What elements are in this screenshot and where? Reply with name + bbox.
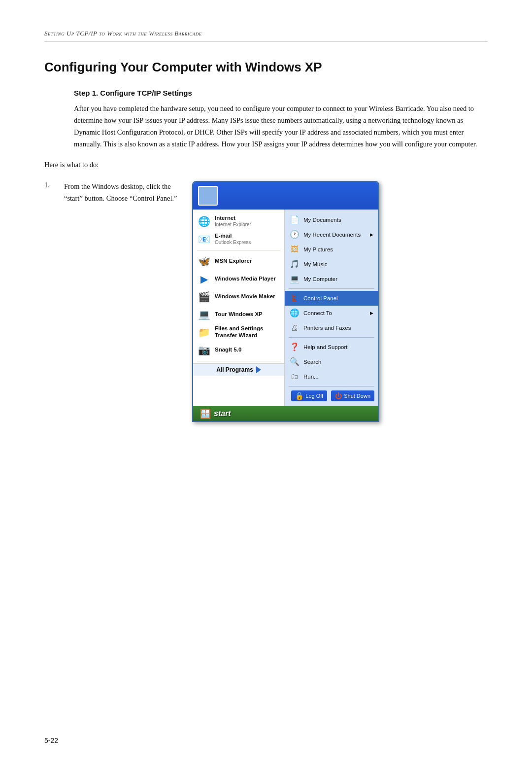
windows-logo-icon: 🪟 [200, 408, 211, 419]
menu-right-column: 📄 My Documents 🕐 My Recent Documents ▶ 🖼… [285, 210, 378, 406]
menu-right-mypics[interactable]: 🖼 My Pictures [285, 242, 378, 257]
menu-item-tour[interactable]: 💻 Tour Windows XP [193, 306, 284, 323]
wmm-label: Windows Movie Maker [215, 293, 275, 300]
myrecent-arrow-icon: ▶ [370, 232, 373, 237]
snagit-label: SnagIt 5.0 [215, 347, 241, 353]
page-header: Setting Up TCP/IP to Work with the Wirel… [44, 30, 488, 42]
menu-divider-2 [197, 361, 280, 361]
controlpanel-icon: 🎛 [290, 293, 299, 303]
menu-top-bar [193, 182, 378, 210]
transfer-label: Files and Settings Transfer Wizard [215, 325, 280, 339]
shutdown-icon: ⏻ [335, 392, 342, 400]
menu-right-mydocs[interactable]: 📄 My Documents [285, 212, 378, 227]
step1-text: From the Windows desktop, click the “sta… [64, 181, 177, 205]
printers-label: Printers and Faxes [303, 325, 351, 331]
tour-icon: 💻 [197, 308, 211, 321]
mymusic-label: My Music [303, 261, 328, 267]
shutdown-button[interactable]: ⏻ Shut Down [331, 390, 374, 401]
list-number: 1. [44, 181, 64, 189]
internet-label: Internet [215, 215, 251, 222]
logoff-button[interactable]: 🔓 Log Off [291, 390, 327, 401]
myrecent-label: My Recent Documents [303, 232, 361, 238]
logoff-label: Log Off [305, 393, 323, 399]
step-title: Step 1. Configure TCP/IP Settings [74, 89, 488, 97]
logoff-icon: 🔓 [295, 392, 303, 400]
all-programs-label: All Programs [216, 366, 253, 373]
connect-arrow-icon: ▶ [370, 311, 373, 316]
help-label: Help and Support [303, 344, 348, 350]
snagit-icon: 📷 [197, 343, 211, 357]
email-sub-label: Outlook Express [215, 240, 251, 246]
menu-right-myrecent[interactable]: 🕐 My Recent Documents ▶ [285, 227, 378, 242]
menu-item-email[interactable]: 📧 E-mail Outlook Express [193, 230, 284, 248]
menu-item-internet[interactable]: 🌐 Internet Internet Explorer [193, 212, 284, 230]
run-icon: 🗂 [290, 372, 299, 382]
menu-right-mycomp[interactable]: 💻 My Computer [285, 272, 378, 286]
tour-label: Tour Windows XP [215, 311, 263, 318]
mycomp-label: My Computer [303, 276, 337, 282]
mymusic-icon: 🎵 [290, 259, 299, 269]
all-programs-button[interactable]: All Programs [193, 363, 284, 376]
start-label: start [214, 409, 231, 418]
email-label: E-mail [215, 233, 251, 240]
menu-item-transfer[interactable]: 📁 Files and Settings Transfer Wizard [193, 323, 284, 341]
menu-right-run[interactable]: 🗂 Run... [285, 369, 378, 384]
user-avatar [198, 186, 218, 206]
help-icon: ❓ [290, 342, 299, 352]
mycomp-icon: 💻 [290, 274, 299, 284]
page-number: 5-22 [44, 737, 58, 744]
menu-right-mymusic[interactable]: 🎵 My Music [285, 257, 378, 272]
bottom-buttons-row: 🔓 Log Off ⏻ Shut Down [285, 388, 378, 403]
menu-right-controlpanel[interactable]: 🎛 Control Panel [285, 291, 378, 306]
mydocs-icon: 📄 [290, 215, 299, 225]
right-separator-2 [289, 337, 374, 338]
msn-icon: 🦋 [197, 254, 211, 268]
shutdown-label: Shut Down [344, 393, 370, 399]
connect-icon: 🌐 [290, 308, 299, 318]
connect-label: Connect To [303, 310, 332, 316]
menu-item-wmp[interactable]: ▶ Windows Media Player [193, 270, 284, 288]
menu-item-msn[interactable]: 🦋 MSN Explorer [193, 252, 284, 270]
menu-right-search[interactable]: 🔍 Search [285, 354, 378, 369]
menu-left-column: 🌐 Internet Internet Explorer 📧 E-mail Ou… [193, 210, 285, 406]
myrecent-icon: 🕐 [290, 230, 299, 240]
body-paragraph: After you have completed the hardware se… [74, 103, 488, 150]
chapter-title: Configuring Your Computer with Windows X… [44, 60, 488, 75]
menu-right-help[interactable]: ❓ Help and Support [285, 340, 378, 354]
right-separator-3 [289, 386, 374, 387]
menu-divider-1 [197, 250, 280, 250]
internet-explorer-icon: 🌐 [197, 214, 211, 228]
right-separator-1 [289, 288, 374, 289]
wmp-label: Windows Media Player [215, 276, 276, 282]
start-taskbar[interactable]: 🪟 start [193, 406, 378, 421]
all-programs-arrow-icon [256, 366, 261, 373]
run-label: Run... [303, 374, 319, 380]
internet-sub-label: Internet Explorer [215, 222, 251, 228]
printers-icon: 🖨 [290, 323, 299, 333]
controlpanel-label: Control Panel [303, 295, 338, 301]
search-icon: 🔍 [290, 357, 299, 367]
menu-item-wmm[interactable]: 🎬 Windows Movie Maker [193, 288, 284, 306]
here-text: Here is what to do: [44, 159, 488, 171]
menu-right-printers[interactable]: 🖨 Printers and Faxes [285, 320, 378, 335]
transfer-icon: 📁 [197, 325, 211, 339]
mypics-icon: 🖼 [290, 245, 299, 254]
search-label: Search [303, 359, 321, 365]
mypics-label: My Pictures [303, 246, 333, 252]
winxp-start-menu: 🌐 Internet Internet Explorer 📧 E-mail Ou… [192, 181, 379, 422]
menu-item-snagit[interactable]: 📷 SnagIt 5.0 [193, 341, 284, 359]
msn-label: MSN Explorer [215, 258, 252, 265]
email-icon: 📧 [197, 232, 211, 246]
mydocs-label: My Documents [303, 217, 341, 223]
wmm-icon: 🎬 [197, 290, 211, 304]
menu-right-connect[interactable]: 🌐 Connect To ▶ [285, 306, 378, 320]
wmp-icon: ▶ [197, 272, 211, 286]
menu-body: 🌐 Internet Internet Explorer 📧 E-mail Ou… [193, 210, 378, 406]
